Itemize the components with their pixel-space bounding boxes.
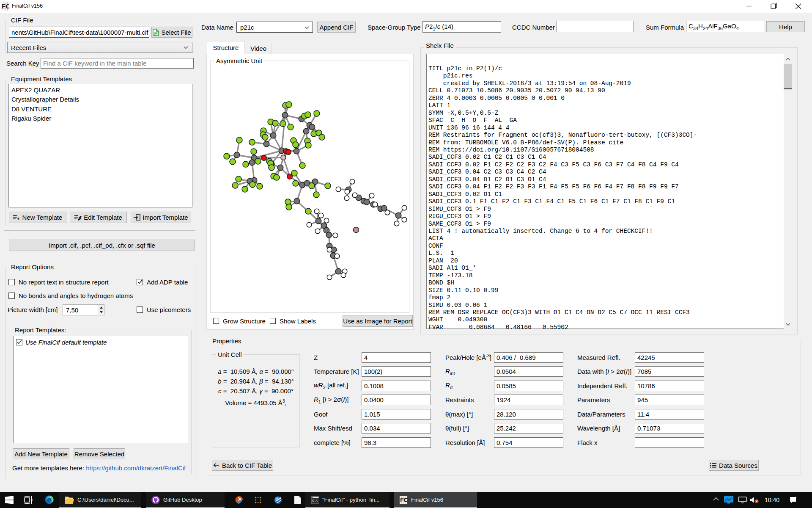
svg-text:C:\: C:\ [312, 499, 318, 502]
svg-text:FC: FC [2, 3, 9, 10]
svg-text:FC: FC [400, 497, 408, 503]
